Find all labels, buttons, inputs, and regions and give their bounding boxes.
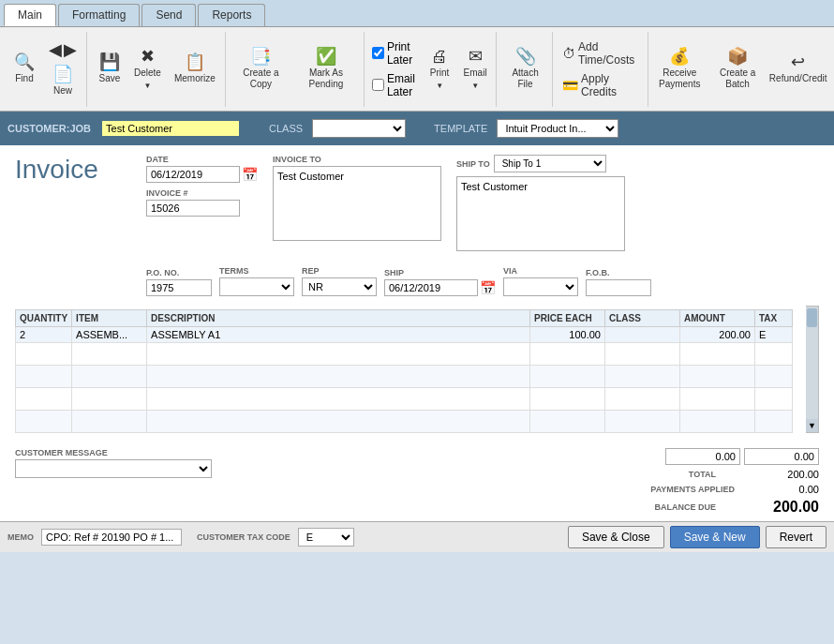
- cell-empty2-item[interactable]: [72, 366, 147, 388]
- class-select[interactable]: [312, 119, 406, 138]
- print-later-check[interactable]: [372, 47, 384, 59]
- invoice-num-input[interactable]: [146, 200, 240, 217]
- tab-main[interactable]: Main: [4, 4, 56, 26]
- cell-empty4-qty[interactable]: [16, 411, 72, 433]
- email-later-check[interactable]: [372, 79, 384, 91]
- subtotal-box-2[interactable]: [744, 448, 819, 465]
- cell-empty3-qty[interactable]: [16, 388, 72, 411]
- customer-job-input[interactable]: [100, 119, 241, 138]
- table-row: 2 ASSEMB... ASSEMBLY A1 100.00 200.00 E: [16, 327, 793, 343]
- apply-credits-button[interactable]: 💳 Apply Credits: [558, 70, 644, 100]
- cell-empty3-amount[interactable]: [680, 388, 755, 411]
- ship-calendar-icon[interactable]: 📅: [480, 280, 496, 295]
- table-scrollbar[interactable]: ▼: [806, 306, 819, 433]
- create-copy-button[interactable]: 📑 Create a Copy: [231, 44, 290, 94]
- refund-credit-button[interactable]: ↩ Refund/Credit: [769, 50, 827, 88]
- delete-button[interactable]: ✖ Delete ▼: [128, 44, 167, 94]
- print-arrow: ▼: [436, 82, 443, 90]
- cell-empty4-price[interactable]: [530, 411, 605, 433]
- create-batch-button[interactable]: 📦 Create a Batch: [707, 44, 768, 94]
- line-items-table: QUANTITY ITEM DESCRIPTION PRICE EACH CLA…: [15, 309, 793, 433]
- invoice-to-textarea[interactable]: Test Customer: [273, 166, 441, 241]
- email-later-checkbox[interactable]: Email Later: [370, 70, 421, 100]
- cell-empty2-class[interactable]: [605, 366, 680, 388]
- print-button[interactable]: 🖨 Print ▼: [423, 44, 456, 94]
- cell-item[interactable]: ASSEMB...: [72, 327, 147, 343]
- print-later-checkbox[interactable]: Print Later: [370, 38, 421, 68]
- cell-empty3-item[interactable]: [72, 388, 147, 411]
- cell-empty-item[interactable]: [72, 343, 147, 366]
- tax-code-select[interactable]: E: [298, 528, 354, 547]
- cell-empty2-amount[interactable]: [680, 366, 755, 388]
- rep-select[interactable]: NR: [302, 277, 377, 296]
- table-row: [16, 411, 793, 433]
- rep-group: REP NR: [302, 266, 377, 296]
- cell-empty3-tax[interactable]: [755, 388, 793, 411]
- add-time-costs-button[interactable]: ⏱ Add Time/Costs: [558, 38, 644, 68]
- cell-empty-desc[interactable]: [147, 343, 530, 366]
- right-arrow-icon: ▶: [64, 41, 77, 58]
- cell-description[interactable]: ASSEMBLY A1: [147, 327, 530, 343]
- save-new-button[interactable]: Save & New: [670, 526, 760, 548]
- payments-applied-value: 0.00: [744, 484, 819, 495]
- revert-button[interactable]: Revert: [766, 526, 827, 548]
- tab-send[interactable]: Send: [141, 4, 196, 26]
- ship-to-textarea[interactable]: Test Customer: [456, 176, 625, 251]
- footer-bar: MEMO CUSTOMER TAX CODE E Save & Close Sa…: [0, 521, 834, 552]
- via-select[interactable]: [503, 277, 578, 296]
- cell-price[interactable]: 100.00: [530, 327, 605, 343]
- tab-reports[interactable]: Reports: [198, 4, 265, 26]
- memo-input[interactable]: [41, 529, 182, 546]
- date-input[interactable]: [146, 166, 240, 183]
- tab-formatting[interactable]: Formatting: [58, 4, 140, 26]
- cell-empty4-tax[interactable]: [755, 411, 793, 433]
- cell-empty2-tax[interactable]: [755, 366, 793, 388]
- mark-as-pending-button[interactable]: ✅ Mark As Pending: [292, 44, 360, 94]
- po-no-input[interactable]: [146, 279, 212, 296]
- cell-amount[interactable]: 200.00: [680, 327, 755, 343]
- fob-input[interactable]: [586, 279, 651, 296]
- ship-date-input[interactable]: [384, 279, 478, 296]
- toolbar-print-group: Print Later Email Later 🖨 Print ▼ ✉ Emai…: [366, 32, 497, 107]
- cell-empty3-class[interactable]: [605, 388, 680, 411]
- cell-empty2-qty[interactable]: [16, 366, 72, 388]
- cell-empty2-price[interactable]: [530, 366, 605, 388]
- customer-message-select[interactable]: [15, 459, 212, 478]
- cell-empty2-desc[interactable]: [147, 366, 530, 388]
- new-btn-label[interactable]: 📄 New: [46, 62, 80, 100]
- cell-empty-price[interactable]: [530, 343, 605, 366]
- cell-tax[interactable]: E: [755, 327, 793, 343]
- date-calendar-icon[interactable]: 📅: [242, 167, 258, 182]
- email-button[interactable]: ✉ Email ▼: [458, 44, 492, 94]
- save-button[interactable]: 💾 Save: [93, 50, 127, 88]
- cell-empty3-desc[interactable]: [147, 388, 530, 411]
- template-select[interactable]: Intuit Product In...: [497, 119, 618, 138]
- save-close-button[interactable]: Save & Close: [568, 526, 664, 548]
- receive-payments-button[interactable]: 💰 Receive Payments: [654, 44, 706, 94]
- scrollbar-down-arrow[interactable]: ▼: [806, 419, 818, 432]
- toolbar: 🔍 Find ◀ ▶ 📄 New 💾 Save ✖ Delete ▼ 📋 M: [0, 27, 834, 112]
- cell-empty4-amount[interactable]: [680, 411, 755, 433]
- cell-empty4-item[interactable]: [72, 411, 147, 433]
- cell-empty-tax[interactable]: [755, 343, 793, 366]
- memorize-button[interactable]: 📋 Memorize: [169, 50, 221, 88]
- find-button[interactable]: 🔍 Find: [7, 50, 41, 88]
- attach-file-label: Attach File: [508, 67, 543, 90]
- terms-select[interactable]: [219, 277, 294, 296]
- ship-to-select[interactable]: Ship To 1: [494, 155, 606, 172]
- new-button[interactable]: ◀ ▶: [43, 37, 82, 62]
- line-items-body: 2 ASSEMB... ASSEMBLY A1 100.00 200.00 E: [16, 327, 793, 433]
- cell-empty3-price[interactable]: [530, 388, 605, 411]
- subtotal-box-1[interactable]: [665, 448, 740, 465]
- attach-file-button[interactable]: 📎 Attach File: [502, 44, 548, 94]
- cell-quantity[interactable]: 2: [16, 327, 72, 343]
- scrollbar-thumb[interactable]: [807, 308, 817, 327]
- cell-class[interactable]: [605, 327, 680, 343]
- cell-empty-amount[interactable]: [680, 343, 755, 366]
- table-row: [16, 388, 793, 411]
- cell-empty-class[interactable]: [605, 343, 680, 366]
- toolbar-find-new-group: 🔍 Find ◀ ▶ 📄 New: [4, 32, 87, 107]
- cell-empty-qty[interactable]: [16, 343, 72, 366]
- cell-empty4-desc[interactable]: [147, 411, 530, 433]
- cell-empty4-class[interactable]: [605, 411, 680, 433]
